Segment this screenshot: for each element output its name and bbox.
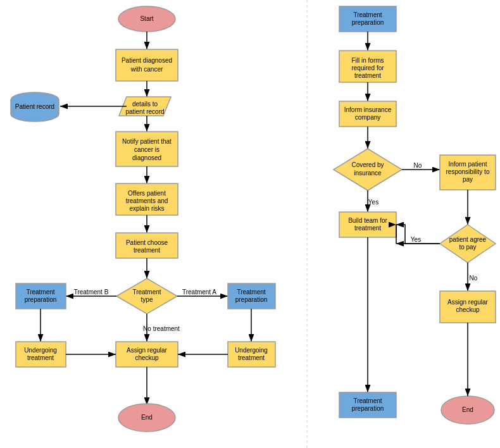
svg-text:Patient choose: Patient choose	[126, 239, 168, 246]
svg-text:preparation: preparation	[235, 296, 268, 303]
svg-text:type: type	[141, 296, 153, 303]
svg-text:Treatment: Treatment	[132, 289, 161, 296]
svg-text:Treatment: Treatment	[353, 11, 382, 18]
svg-text:diagnosed: diagnosed	[132, 154, 161, 161]
svg-text:Treatment: Treatment	[237, 289, 265, 296]
svg-text:Assign regular: Assign regular	[447, 299, 489, 306]
svg-text:Notify patient that: Notify patient that	[122, 138, 172, 145]
patient-record-label: Patient record	[15, 103, 54, 110]
svg-text:Offers patient: Offers patient	[128, 190, 166, 197]
svg-text:treatment: treatment	[238, 354, 265, 361]
svg-text:Covered by: Covered by	[351, 161, 384, 168]
svg-text:treatment: treatment	[134, 247, 160, 254]
svg-text:Treatment A: Treatment A	[182, 289, 216, 296]
end-label-right: End	[462, 406, 473, 413]
svg-text:to pay: to pay	[459, 244, 476, 251]
svg-text:Inform patient: Inform patient	[448, 161, 487, 168]
svg-text:No treatment: No treatment	[143, 325, 180, 332]
start-label: Start	[140, 15, 153, 22]
svg-text:Treatment: Treatment	[353, 397, 382, 404]
svg-text:Treatment B: Treatment B	[74, 289, 109, 296]
svg-text:Undergoing: Undergoing	[24, 347, 57, 354]
svg-text:patient agree: patient agree	[449, 236, 487, 243]
svg-text:company: company	[355, 114, 381, 121]
svg-text:Assign regular: Assign regular	[127, 347, 168, 354]
patient-diagnosed-text: Patient diagnosed	[122, 57, 172, 64]
svg-text:treatment: treatment	[354, 72, 381, 79]
svg-text:Inform insurance: Inform insurance	[344, 106, 392, 113]
svg-text:Undergoing: Undergoing	[235, 347, 268, 354]
svg-text:preparation: preparation	[352, 405, 384, 412]
svg-text:checkup: checkup	[135, 354, 159, 361]
svg-text:preparation: preparation	[25, 296, 57, 303]
svg-text:required for: required for	[351, 65, 384, 72]
svg-text:Treatment: Treatment	[26, 289, 54, 296]
svg-text:treatment: treatment	[27, 354, 54, 361]
svg-text:No: No	[414, 162, 422, 169]
svg-text:No: No	[470, 275, 478, 282]
svg-text:details to: details to	[132, 101, 158, 108]
end-label-left: End	[141, 414, 153, 421]
svg-text:Build team for: Build team for	[348, 217, 387, 224]
svg-text:insurance: insurance	[354, 170, 382, 177]
svg-text:checkup: checkup	[456, 306, 480, 313]
svg-text:explain risks: explain risks	[129, 205, 164, 212]
svg-text:responsibility to: responsibility to	[446, 168, 490, 175]
svg-text:cancer is: cancer is	[134, 146, 159, 153]
svg-text:Yes: Yes	[368, 199, 378, 206]
svg-text:with cancer: with cancer	[130, 66, 163, 73]
svg-text:preparation: preparation	[352, 19, 384, 26]
svg-text:patient record: patient record	[125, 108, 164, 115]
svg-text:treatment: treatment	[354, 225, 381, 232]
svg-text:treatments and: treatments and	[126, 197, 168, 204]
svg-text:Yes: Yes	[411, 236, 421, 243]
svg-text:Fill in forms: Fill in forms	[351, 57, 384, 64]
svg-text:pay: pay	[463, 176, 473, 183]
